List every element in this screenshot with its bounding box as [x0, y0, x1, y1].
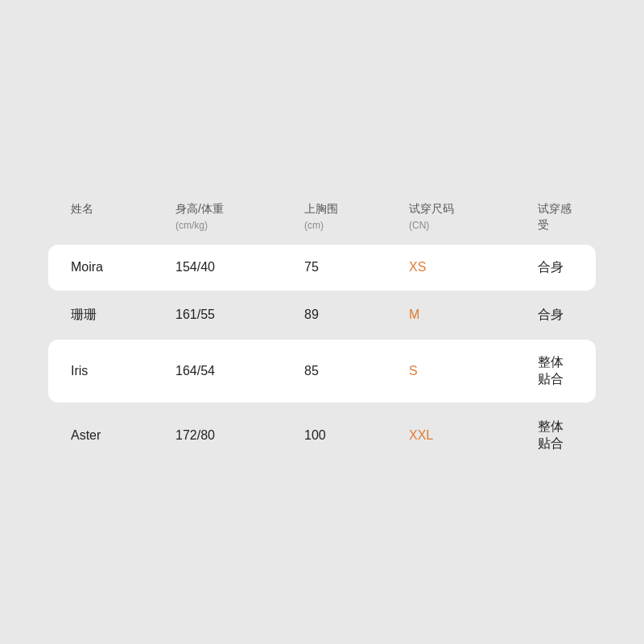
col-header-2: 上胸围(cm) — [304, 201, 409, 233]
cell-1-0: 珊珊 — [71, 307, 175, 324]
cell-2-2: 85 — [304, 364, 409, 378]
table-row: Aster172/80100XXL整体贴合 — [48, 404, 596, 467]
col-header-0: 姓名 — [71, 201, 175, 233]
cell-3-1: 172/80 — [175, 428, 304, 443]
cell-0-0: Moira — [71, 260, 175, 275]
cell-2-0: Iris — [71, 364, 175, 378]
col-header-1: 身高/体重(cm/kg) — [175, 201, 304, 233]
cell-3-3: XXL — [409, 428, 538, 443]
cell-2-3: S — [409, 364, 538, 378]
table-row: Moira154/4075XS合身 — [48, 245, 596, 291]
cell-3-2: 100 — [304, 428, 409, 443]
cell-1-4: 合身 — [538, 307, 573, 324]
cell-1-1: 161/55 — [175, 308, 304, 322]
column-headers: 姓名身高/体重(cm/kg)上胸围(cm)试穿尺码(CN)试穿感受 — [48, 201, 596, 233]
table-body: Moira154/4075XS合身珊珊161/5589M合身Iris164/54… — [48, 245, 596, 469]
cell-2-1: 164/54 — [175, 364, 304, 378]
table-row: Iris164/5485S整体贴合 — [48, 340, 596, 402]
col-header-3: 试穿尺码(CN) — [409, 201, 538, 233]
cell-0-2: 75 — [304, 260, 409, 275]
cell-1-2: 89 — [304, 308, 409, 322]
cell-0-1: 154/40 — [175, 260, 304, 275]
cell-2-4: 整体贴合 — [538, 354, 573, 388]
cell-1-3: M — [409, 308, 538, 322]
cell-3-4: 整体贴合 — [538, 419, 573, 452]
table-row: 珊珊161/5589M合身 — [48, 292, 596, 338]
cell-3-0: Aster — [71, 428, 175, 443]
cell-0-4: 合身 — [538, 259, 573, 276]
report-container: 姓名身高/体重(cm/kg)上胸围(cm)试穿尺码(CN)试穿感受 Moira1… — [48, 175, 596, 468]
col-header-4: 试穿感受 — [538, 201, 573, 233]
cell-0-3: XS — [409, 260, 538, 275]
